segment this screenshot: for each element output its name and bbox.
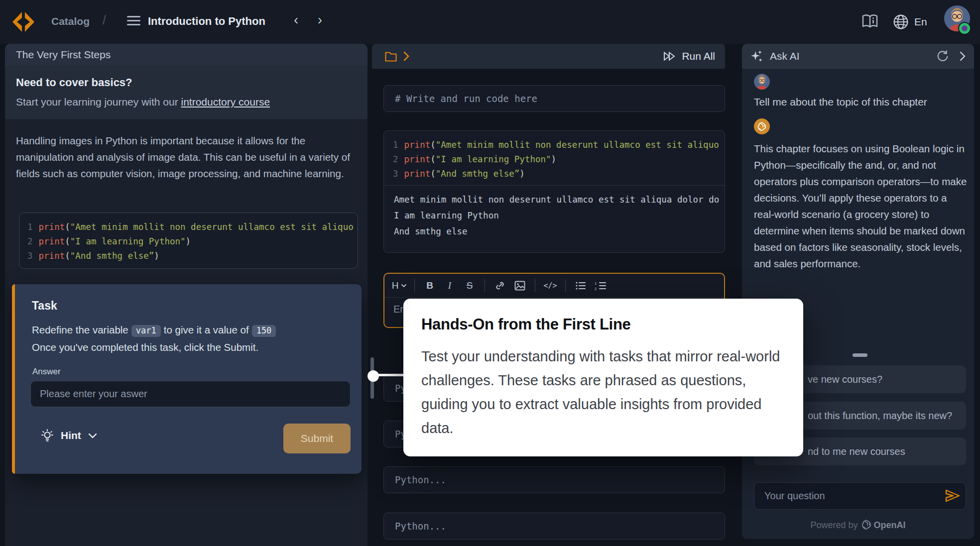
- value-chip: 150: [252, 325, 276, 337]
- rte-toolbar: H B I S: [384, 274, 724, 298]
- glossary-book-icon[interactable]: [861, 14, 878, 29]
- user-message-avatar: [754, 74, 770, 90]
- ask-ai-panel: Ask AI Tell me about the top: [742, 44, 974, 539]
- chapters-menu-icon[interactable]: [127, 16, 140, 27]
- tooltip-anchor-dot: [368, 370, 379, 382]
- task-instruction-2: Once you've completed this task, click t…: [32, 341, 258, 353]
- hint-button[interactable]: Hint: [41, 426, 97, 445]
- task-card: Task Redefine the variablevar1to give it…: [12, 284, 362, 474]
- globe-icon[interactable]: [893, 14, 909, 30]
- basics-text: Start your learning journey with our: [16, 96, 181, 108]
- run-all-icon: [663, 51, 677, 62]
- lesson-paragraph: Handling images in Python is important b…: [16, 132, 361, 182]
- code-cell-editor[interactable]: 1print("Amet minim mollit non deserunt u…: [384, 131, 725, 186]
- editor-toolbar: Run All: [372, 44, 725, 69]
- ask-ai-title: Ask AI: [770, 50, 800, 62]
- toolbar-divider: [565, 279, 566, 292]
- lesson-title: The Very First Steps: [5, 44, 368, 65]
- breadcrumb-separator: /: [103, 13, 106, 27]
- heading-button[interactable]: H: [391, 277, 407, 294]
- bold-button[interactable]: B: [422, 277, 438, 294]
- ai-message: This chapter focuses on using Boolean lo…: [754, 140, 967, 272]
- python-input-3[interactable]: [383, 466, 725, 493]
- svg-text:1: 1: [595, 281, 597, 286]
- user-message: Tell me about the topic of this chapter: [754, 96, 927, 108]
- tooltip-title: Hands-On from the First Line: [421, 316, 786, 333]
- toolbar-divider: [485, 279, 485, 292]
- top-navbar: Catalog / Introduction to Python ‹ › En: [0, 0, 980, 44]
- powered-by: Powered byOpenAI: [742, 519, 974, 531]
- introductory-course-link[interactable]: introductory course: [181, 96, 270, 108]
- code-cell-output: Amet minim mollit non deserunt ullamco e…: [384, 186, 725, 239]
- submit-button[interactable]: Submit: [283, 424, 351, 453]
- numbered-list-icon[interactable]: 1 2: [593, 277, 609, 294]
- basics-banner: Need to cover basics? Start your learnin…: [5, 65, 368, 119]
- page-title: Introduction to Python: [148, 15, 265, 28]
- openai-label: OpenAI: [874, 520, 906, 530]
- brand-logo-icon[interactable]: [11, 11, 35, 33]
- italic-button[interactable]: I: [442, 277, 458, 294]
- answer-label: Answer: [32, 367, 61, 377]
- answer-input[interactable]: [30, 381, 351, 407]
- hint-label: Hint: [61, 430, 81, 441]
- openai-avatar-icon: [754, 118, 770, 134]
- sparkles-icon: [750, 49, 764, 63]
- svg-text:2: 2: [595, 286, 597, 290]
- prev-chapter-button[interactable]: ‹: [294, 13, 298, 27]
- send-question-icon[interactable]: [944, 488, 961, 503]
- tooltip-body: Test your understanding with tasks that …: [421, 344, 791, 440]
- run-all-button[interactable]: Run All: [660, 44, 718, 69]
- scratch-code-input[interactable]: [383, 85, 725, 112]
- suggestions-drag-handle[interactable]: [853, 353, 867, 357]
- toolbar-divider: [535, 279, 535, 292]
- task-accent-bar: [12, 284, 15, 474]
- ask-ai-header: Ask AI: [742, 44, 974, 69]
- image-icon[interactable]: [512, 277, 528, 294]
- lesson-panel: The Very First Steps Need to cover basic…: [5, 44, 368, 546]
- basics-heading: Need to cover basics?: [16, 76, 357, 89]
- tour-tooltip: Hands-On from the First Line Test your u…: [403, 299, 803, 456]
- avatar-status-badge: [958, 22, 971, 35]
- reset-chat-icon[interactable]: [936, 50, 949, 63]
- strikethrough-button[interactable]: S: [462, 277, 478, 294]
- catalog-link[interactable]: Catalog: [51, 15, 90, 27]
- task-heading: Task: [32, 299, 57, 313]
- variable-chip: var1: [131, 325, 161, 337]
- hint-chevron-down-icon: [88, 433, 97, 438]
- code-snippet-button[interactable]: </>: [542, 277, 558, 294]
- code-cell[interactable]: 1print("Amet minim mollit non deserunt u…: [383, 130, 725, 253]
- bullet-list-icon[interactable]: [573, 277, 589, 294]
- python-input-4[interactable]: [383, 513, 725, 540]
- language-label[interactable]: En: [914, 16, 927, 28]
- expand-chevron-icon[interactable]: [403, 51, 410, 62]
- ai-question-input[interactable]: [754, 482, 966, 510]
- lesson-code-block: 1print("Amet minim mollit non deserunt u…: [19, 213, 358, 269]
- collapse-panel-chevron-icon[interactable]: [959, 51, 966, 62]
- toolbar-divider: [414, 279, 415, 292]
- hint-bulb-icon: [41, 429, 54, 442]
- files-folder-icon[interactable]: [384, 50, 397, 62]
- link-icon[interactable]: [492, 277, 508, 294]
- next-chapter-button[interactable]: ›: [318, 13, 322, 27]
- task-instruction: Redefine the variablevar1to give it a va…: [32, 324, 279, 337]
